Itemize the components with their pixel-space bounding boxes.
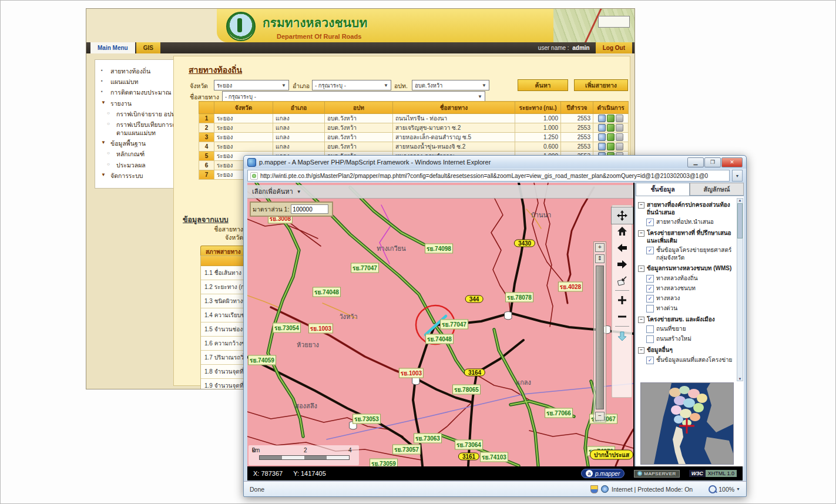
square-bullet-icon: ▪	[101, 67, 107, 75]
collapse-icon[interactable]: −	[638, 347, 644, 354]
layer-checkbox[interactable]: ✓	[646, 285, 654, 293]
zoom-dropdown-icon: ▼	[736, 487, 740, 491]
delete-icon[interactable]	[616, 124, 623, 132]
column-header: ปีสำรวจ	[561, 102, 593, 114]
layer-group-title: โครงข่ายสนข. และผังเมือง	[647, 316, 715, 324]
search-select[interactable]: เลือกเพื่อค้นหา	[252, 186, 293, 197]
delete-icon[interactable]	[616, 115, 623, 122]
sidebar-item-label: จัดการระบบ	[110, 172, 143, 180]
app-banner: กรมทางหลวงชนบท Department Of Rural Roads	[86, 9, 634, 42]
collapse-icon[interactable]: −	[638, 317, 644, 323]
view-icon[interactable]	[598, 133, 606, 141]
layer-checkbox[interactable]	[646, 305, 654, 313]
ie-titlebar[interactable]: p.mapper - A MapServer PHP/MapScript Fra…	[244, 156, 746, 169]
circle-bullet-icon: ○	[107, 150, 113, 158]
column-header: ชื่อสายทาง	[393, 102, 515, 114]
thailand-overview-graphic	[641, 383, 733, 464]
layer-checkbox[interactable]: ✓	[646, 247, 654, 254]
expand-triangle-icon: ▼	[101, 99, 107, 107]
rural-route-label: รย.78065	[452, 385, 481, 395]
mapserver-logo[interactable]: MAPSERVER	[634, 470, 680, 478]
search-button[interactable]: ค้นหา	[518, 79, 568, 91]
rural-route-label: รย.74059	[248, 355, 276, 365]
opt-select[interactable]: อบต.วังหว้า▼	[412, 80, 489, 90]
ie-window: p.mapper - A MapServer PHP/MapScript Fra…	[243, 155, 747, 497]
layer-checkbox[interactable]: ✓	[646, 275, 654, 283]
view-icon[interactable]	[598, 124, 606, 132]
pmapper-logo[interactable]: ap.mapper	[581, 469, 625, 478]
collapse-icon[interactable]: −	[638, 266, 644, 272]
overview-map[interactable]	[640, 382, 734, 465]
slider-arrows-button[interactable]: ⇕	[595, 254, 605, 263]
add-road-button[interactable]: เพิ่มสายทาง	[574, 79, 628, 91]
layer-checkbox[interactable]: ✓	[646, 357, 654, 364]
view-icon[interactable]	[598, 115, 606, 122]
layer-label: ทางด่วน	[656, 305, 677, 313]
layer-checkbox[interactable]: ✓	[646, 295, 654, 303]
top-menubar: Main Menu GIS user name : admin Log Out	[86, 42, 634, 53]
edit-icon[interactable]	[607, 133, 615, 141]
address-input[interactable]: http://winti.pte.co.th/gisMasterPlan2/pm…	[247, 170, 730, 182]
map-toolbar	[612, 205, 632, 398]
sidebar-item-label: ประมวลผล	[116, 161, 146, 169]
expand-triangle-icon: ▼	[101, 172, 107, 180]
highway-route-label: รย.1003	[399, 368, 424, 378]
chevron-down-icon[interactable]: ▼	[297, 189, 301, 194]
tab-layers[interactable]: ชั้นข้อมูล	[636, 183, 690, 196]
edit-icon[interactable]	[607, 143, 615, 150]
page-zoom-control[interactable]: 100% ▼	[709, 485, 740, 493]
rural-route-label: รย.73064	[455, 440, 483, 450]
survey-province-label: จังหวัด	[179, 233, 243, 243]
view-icon[interactable]	[598, 143, 606, 150]
layers-scrollbar[interactable]: ▲ ▼	[737, 198, 743, 381]
province-select[interactable]: ระยอง▼	[214, 80, 289, 90]
coord-y: Y: 1417405	[293, 470, 326, 477]
table-row: 3ระยองแกลงอบต.วังหว้าสายหอละเล็ก-ดอนสำรา…	[199, 133, 629, 142]
close-button[interactable]: ✕	[721, 157, 743, 167]
delete-icon[interactable]	[616, 133, 623, 141]
layer-checkbox[interactable]	[646, 335, 654, 343]
w3c-xhtml-badge[interactable]: W3CXHTML 1.0	[689, 470, 737, 477]
layer-checkbox[interactable]: ✓	[646, 219, 654, 226]
rural-route-label: รย.74048	[313, 287, 341, 297]
layer-group-title: โครงข่ายสายทางที่ ที่ปรึกษาเสนอแนะเพิ่มเ…	[647, 230, 734, 244]
collapse-icon[interactable]: −	[638, 202, 644, 209]
delete-icon[interactable]	[616, 143, 623, 150]
slider-zoom-in-button[interactable]: +	[595, 243, 605, 252]
pmapper-favicon	[247, 158, 256, 167]
tab-legend[interactable]: สัญลักษณ์	[690, 183, 744, 196]
slider-thumb[interactable]	[596, 266, 604, 409]
layer-checkbox[interactable]	[646, 325, 654, 333]
scale-input[interactable]	[291, 204, 328, 214]
minimize-button[interactable]: ▁	[687, 157, 704, 167]
back-button[interactable]	[614, 240, 630, 256]
expand-triangle-icon: ▼	[101, 139, 107, 147]
sidebar-item-label: ข้อมูลพื้นฐาน	[110, 139, 146, 147]
home-button[interactable]	[614, 223, 630, 240]
place-name-label: บ้านนา	[531, 210, 551, 220]
road-name-select[interactable]: - กรุณาระบุ -▼	[222, 91, 485, 102]
zoom-in-button[interactable]	[614, 292, 630, 308]
circle-bullet-icon: ○	[107, 110, 113, 118]
zoom-to-selection-button[interactable]	[614, 273, 630, 289]
edit-icon[interactable]	[607, 124, 615, 132]
logout-button[interactable]: Log Out	[596, 42, 632, 53]
forward-button[interactable]	[614, 256, 630, 273]
layer-item: ถนนสร้างใหม่	[646, 335, 734, 343]
pan-down-button[interactable]	[614, 328, 630, 344]
tab-gis[interactable]: GIS	[136, 42, 160, 53]
collapse-icon[interactable]: −	[638, 230, 644, 237]
address-dropdown-button[interactable]: ▼	[732, 170, 743, 182]
slider-zoom-out-button[interactable]: −	[595, 412, 605, 421]
rural-route-label: รย.74103	[480, 452, 508, 462]
rural-route-label: รย.74098	[425, 244, 453, 254]
username-display: user name : admin	[538, 45, 590, 51]
pan-tool-button[interactable]	[611, 207, 633, 224]
maximize-button[interactable]: ❐	[704, 157, 721, 167]
zoom-out-button[interactable]	[614, 308, 630, 325]
map-viewport[interactable]: รย.77047รย.74048รย.77047รย.74048รย.74098…	[247, 183, 633, 466]
zoom-slider[interactable]: + ⇕ −	[593, 241, 606, 422]
tab-main-menu[interactable]: Main Menu	[90, 42, 135, 53]
district-select[interactable]: - กรุณาระบุ -▼	[312, 80, 391, 90]
edit-icon[interactable]	[607, 115, 615, 122]
